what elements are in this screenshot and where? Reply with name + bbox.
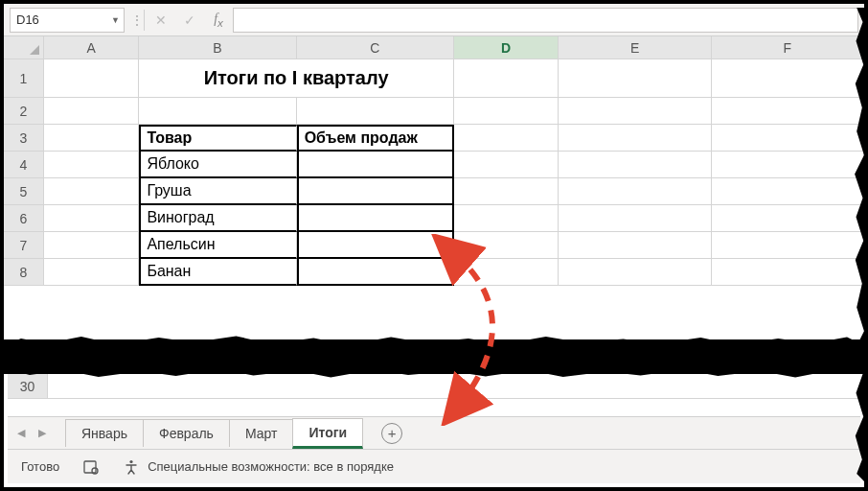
cell-B8[interactable]: Банан bbox=[139, 259, 296, 286]
cell-D4[interactable] bbox=[454, 152, 560, 178]
cell-C4[interactable] bbox=[297, 152, 454, 178]
col-header-E[interactable]: E bbox=[559, 36, 711, 58]
cell-C5[interactable] bbox=[297, 178, 454, 205]
formula-bar: D16 ▼ ⋮ ✕ ✓ fx bbox=[4, 4, 864, 36]
cell-A3[interactable] bbox=[44, 125, 140, 152]
svg-rect-0 bbox=[84, 461, 96, 473]
row-header-4[interactable]: 4 bbox=[4, 152, 44, 178]
cell-A2[interactable] bbox=[44, 98, 140, 125]
col-header-F[interactable]: F bbox=[712, 36, 864, 58]
cell-E2[interactable] bbox=[559, 98, 711, 125]
cell-A4[interactable] bbox=[44, 152, 140, 178]
sheet-tab-march[interactable]: Март bbox=[229, 419, 294, 447]
torn-gap-divider bbox=[4, 339, 864, 374]
cell-C7[interactable] bbox=[297, 232, 454, 259]
chevron-down-icon[interactable]: ▼ bbox=[111, 15, 120, 25]
cell-F1[interactable] bbox=[712, 59, 864, 98]
cell-B4[interactable]: Яблоко bbox=[139, 152, 296, 178]
status-accessibility: Специальные возможности: все в порядке bbox=[148, 459, 394, 474]
cell-C6[interactable] bbox=[297, 205, 454, 232]
row-header-3[interactable]: 3 bbox=[4, 125, 44, 152]
fx-icon[interactable]: fx bbox=[204, 12, 233, 29]
cell-E8[interactable] bbox=[559, 259, 711, 286]
cell-D8[interactable] bbox=[454, 259, 560, 286]
row-header-30[interactable]: 30 bbox=[8, 374, 48, 399]
cell-D2[interactable] bbox=[454, 98, 560, 125]
cell-A1[interactable] bbox=[44, 59, 140, 98]
cell-F7[interactable] bbox=[712, 232, 864, 259]
sheet-tab-january[interactable]: Январь bbox=[65, 419, 144, 447]
status-ready: Готово bbox=[21, 459, 59, 474]
cell-F6[interactable] bbox=[712, 205, 864, 232]
cell-D6[interactable] bbox=[454, 205, 560, 232]
cell-B5[interactable]: Груша bbox=[139, 178, 296, 205]
sheet-tab-february[interactable]: Февраль bbox=[143, 419, 230, 447]
tab-nav-prev-icon[interactable]: ◀ bbox=[17, 427, 25, 439]
accessibility-icon[interactable] bbox=[123, 458, 140, 476]
cell-C8[interactable] bbox=[297, 259, 454, 286]
cell-B6[interactable]: Виноград bbox=[139, 205, 296, 232]
macro-record-icon[interactable] bbox=[82, 458, 100, 476]
cell-F3[interactable] bbox=[712, 125, 864, 152]
cell-D1[interactable] bbox=[454, 59, 560, 98]
cell-F5[interactable] bbox=[712, 178, 864, 205]
cell-E3[interactable] bbox=[559, 125, 711, 152]
divider bbox=[144, 10, 145, 31]
cell-E1[interactable] bbox=[559, 59, 711, 98]
cell-A6[interactable] bbox=[44, 205, 140, 232]
cell-B3[interactable]: Товар bbox=[139, 125, 296, 152]
cell-F4[interactable] bbox=[712, 152, 864, 178]
row-header-5[interactable]: 5 bbox=[4, 178, 44, 205]
row-header-2[interactable]: 2 bbox=[4, 98, 44, 125]
cell-B2[interactable] bbox=[139, 98, 296, 125]
enter-icon[interactable]: ✓ bbox=[175, 12, 204, 28]
cell-E7[interactable] bbox=[559, 232, 711, 259]
cell-C2[interactable] bbox=[297, 98, 454, 125]
row-header-8[interactable]: 8 bbox=[4, 259, 44, 286]
cell-D5[interactable] bbox=[454, 178, 560, 205]
cell-D3[interactable] bbox=[454, 125, 560, 152]
svg-point-2 bbox=[130, 459, 133, 462]
cell-B7[interactable]: Апельсин bbox=[139, 232, 296, 259]
row-header-6[interactable]: 6 bbox=[4, 205, 44, 232]
cell-A7[interactable] bbox=[44, 232, 140, 259]
spreadsheet-grid: A B C D E F 1 Итоги по I кварталу 2 3 То… bbox=[4, 36, 864, 286]
cell-C3[interactable]: Объем продаж bbox=[297, 125, 454, 152]
tab-nav-next-icon[interactable]: ▶ bbox=[38, 427, 46, 439]
status-bar: Готово Специальные возможности: все в по… bbox=[8, 449, 860, 483]
col-header-C[interactable]: C bbox=[297, 36, 454, 58]
row-header-7[interactable]: 7 bbox=[4, 232, 44, 259]
cell-E5[interactable] bbox=[559, 178, 711, 205]
col-header-D[interactable]: D bbox=[454, 36, 560, 58]
sheet-tabs-bar: ◀ ▶ Январь Февраль Март Итоги + bbox=[8, 416, 860, 449]
add-sheet-icon[interactable]: + bbox=[381, 423, 402, 444]
name-box[interactable]: D16 ▼ bbox=[10, 8, 125, 33]
col-header-B[interactable]: B bbox=[139, 36, 296, 58]
cell-F8[interactable] bbox=[712, 259, 864, 286]
row-30-cells[interactable] bbox=[48, 374, 860, 399]
cell-A5[interactable] bbox=[44, 178, 140, 205]
sheet-tab-totals[interactable]: Итоги bbox=[292, 418, 363, 449]
cancel-icon[interactable]: ✕ bbox=[147, 12, 175, 28]
lower-grid-strip: 30 bbox=[8, 374, 860, 399]
expand-dots-icon[interactable]: ⋮ bbox=[130, 12, 142, 28]
cell-F2[interactable] bbox=[712, 98, 864, 125]
row-header-1[interactable]: 1 bbox=[4, 59, 44, 98]
cell-A8[interactable] bbox=[44, 259, 140, 286]
cell-D7[interactable] bbox=[454, 232, 560, 259]
col-header-A[interactable]: A bbox=[44, 36, 140, 58]
cell-E6[interactable] bbox=[559, 205, 711, 232]
formula-input[interactable] bbox=[233, 8, 858, 33]
cell-B1-title[interactable]: Итоги по I кварталу bbox=[139, 59, 453, 98]
cell-E4[interactable] bbox=[559, 152, 711, 178]
name-box-value: D16 bbox=[16, 12, 39, 27]
select-all-corner[interactable] bbox=[4, 36, 44, 58]
